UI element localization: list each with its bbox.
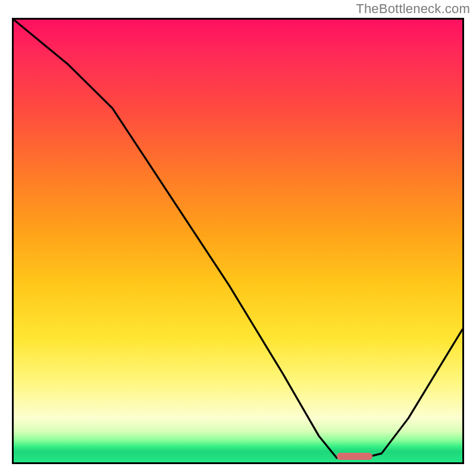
attribution-text: TheBottleneck.com — [356, 1, 470, 17]
chart-container: TheBottleneck.com — [0, 0, 476, 476]
curve-layer — [14, 20, 462, 462]
plot-area — [12, 18, 464, 464]
bottleneck-curve — [14, 20, 462, 458]
optimal-range-marker — [337, 453, 372, 460]
